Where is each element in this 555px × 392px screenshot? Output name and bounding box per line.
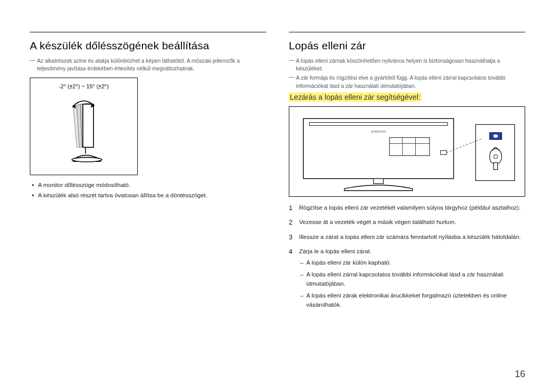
tilt-figure: -2° (±2°) ~ 15° (±2°) bbox=[30, 78, 138, 175]
right-note-2: A zár formája és rögzítési elve a gyártó… bbox=[289, 74, 525, 89]
svg-text:SAMSUNG: SAMSUNG bbox=[371, 130, 386, 133]
left-column: A készülék dőlésszögének beállítása Az a… bbox=[30, 32, 266, 314]
step-text: Rögzítse a lopás elleni zár vezetékét va… bbox=[299, 204, 521, 211]
right-column: Lopás elleni zár A lopás elleni zárnak k… bbox=[289, 32, 525, 314]
step-text: Zárja le a lopás elleni zárat. bbox=[299, 248, 372, 254]
lock-figure: SAMSUNG bbox=[289, 106, 525, 197]
page-number: 16 bbox=[515, 369, 525, 380]
sub-note-item: A lopás elleni zárak elektronikai árucik… bbox=[299, 291, 525, 310]
manual-page: A készülék dőlésszögének beállítása Az a… bbox=[0, 0, 555, 392]
sub-note-item: A lopás elleni zár külön kapható. bbox=[299, 258, 525, 267]
svg-rect-11 bbox=[440, 151, 447, 155]
step-number: 3 bbox=[289, 232, 292, 243]
left-note-1: Az alkatrészek színe és alakja különbözh… bbox=[30, 57, 266, 72]
svg-rect-0 bbox=[83, 104, 94, 147]
sub-notes-list: A lopás elleni zár külön kapható. A lopá… bbox=[299, 258, 525, 309]
tilt-monitor-icon bbox=[53, 92, 115, 170]
right-note-1: A lopás elleni zárnak köszönhetően nyilv… bbox=[289, 57, 525, 72]
left-bullet-list: A monitor dőlésszöge módosítható. A kész… bbox=[30, 180, 266, 200]
right-subheading: Lezárás a lopás elleni zár segítségével: bbox=[289, 93, 525, 101]
two-column-layout: A készülék dőlésszögének beállítása Az a… bbox=[30, 32, 525, 314]
step-number: 4 bbox=[289, 247, 292, 257]
step-item: 1Rögzítse a lopás elleni zár vezetékét v… bbox=[289, 203, 525, 212]
step-item: 3Illessze a zárat a lopás elleni zár szá… bbox=[289, 232, 525, 241]
svg-rect-12 bbox=[374, 178, 383, 183]
section-rule bbox=[30, 32, 266, 32]
left-heading: A készülék dőlésszögének beállítása bbox=[30, 40, 266, 52]
svg-rect-4 bbox=[303, 119, 453, 179]
left-bullet-item: A monitor dőlésszöge módosítható. bbox=[30, 180, 266, 191]
right-heading: Lopás elleni zár bbox=[289, 40, 525, 52]
step-item: 2Vezesse át a vezeték végét a másik vége… bbox=[289, 217, 525, 227]
left-bullet-item: A készülék alsó részét tartva óvatosan á… bbox=[30, 191, 266, 201]
lock-steps-list: 1Rögzítse a lopás elleni zár vezetékét v… bbox=[289, 203, 525, 310]
svg-point-17 bbox=[490, 148, 502, 164]
lock-diagram-icon: SAMSUNG bbox=[289, 107, 525, 196]
svg-rect-16 bbox=[494, 135, 498, 138]
sub-note-item: A lopás elleni zárral kapcsolatos tovább… bbox=[299, 270, 525, 289]
highlighted-text: Lezárás a lopás elleni zár segítségével: bbox=[289, 92, 421, 102]
section-rule bbox=[289, 32, 525, 32]
step-text: Vezesse át a vezeték végét a másik végen… bbox=[299, 219, 456, 225]
step-number: 1 bbox=[289, 203, 292, 214]
svg-point-3 bbox=[72, 158, 102, 162]
step-text: Illessze a zárat a lopás elleni zár szám… bbox=[299, 234, 521, 240]
tilt-caption: -2° (±2°) ~ 15° (±2°) bbox=[59, 83, 108, 89]
svg-rect-18 bbox=[494, 162, 498, 170]
step-item: 4Zárja le a lopás elleni zárat. A lopás … bbox=[289, 247, 525, 309]
step-number: 2 bbox=[289, 217, 292, 228]
